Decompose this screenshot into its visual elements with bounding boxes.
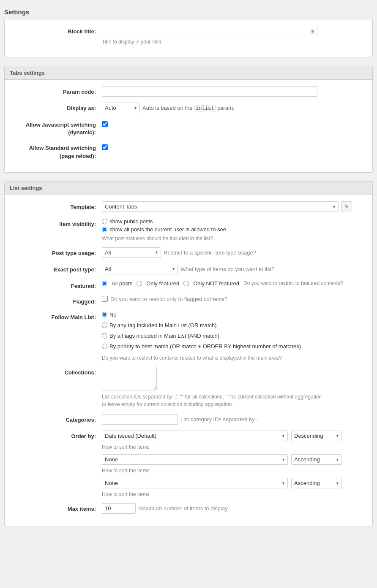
allow-js-label: Allow Javascript switching(dynamic): bbox=[13, 119, 102, 136]
item-visibility-label1: show public posts bbox=[109, 218, 153, 225]
order-by-row: Order by: Date issued (Default) Title Da… bbox=[13, 431, 364, 497]
order-dir-select2[interactable]: Descending Ascending bbox=[291, 454, 342, 465]
categories-input[interactable] bbox=[102, 414, 178, 425]
order-by-select3-wrap: None Date issued Title Date modified bbox=[102, 478, 288, 488]
order-by-select3[interactable]: None Date issued Title Date modified bbox=[102, 478, 288, 488]
template-label: Template: bbox=[13, 201, 102, 211]
allow-standard-label: Allow Standard switching(page reload): bbox=[13, 142, 102, 160]
item-visibility-control: show public posts show all posts the cur… bbox=[102, 218, 364, 241]
allow-standard-checkbox[interactable] bbox=[102, 144, 108, 150]
follow-main-list-options: No By any tag included in Main List (OR … bbox=[102, 312, 364, 361]
order-by-select1[interactable]: Date issued (Default) Title Date modifie… bbox=[102, 431, 288, 441]
max-items-input-row: Maximum number of items to display. bbox=[102, 503, 364, 514]
exact-post-type-select-wrap: All bbox=[102, 264, 178, 274]
max-items-hint: Maximum number of items to display. bbox=[138, 505, 229, 512]
param-code-input[interactable] bbox=[102, 86, 317, 97]
order-by-hint1: How to sort the items bbox=[102, 444, 364, 450]
order-by-control: Date issued (Default) Title Date modifie… bbox=[102, 431, 364, 497]
tabs-settings-section: Tabs settings Param code: Display as: Au… bbox=[4, 66, 373, 173]
allow-js-checkbox[interactable] bbox=[102, 121, 108, 127]
follow-main-label-priority: By priority to best match (OR match + OR… bbox=[109, 343, 301, 350]
post-type-usage-label: Post type usage: bbox=[13, 247, 102, 257]
inlist-code: inlist bbox=[194, 105, 216, 111]
follow-main-option3-group: By all tags included in Main List (AND m… bbox=[102, 333, 364, 339]
order-by-row3: None Date issued Title Date modified Des… bbox=[102, 478, 364, 488]
post-type-usage-hint: Restrict to a specific item type usage? bbox=[164, 249, 256, 256]
block-title-input[interactable] bbox=[102, 26, 317, 36]
max-items-input[interactable] bbox=[102, 503, 136, 514]
collections-textarea[interactable] bbox=[102, 367, 157, 390]
collections-hint2: or leave empty for current collection in… bbox=[102, 401, 233, 407]
featured-radio-all[interactable] bbox=[102, 281, 107, 286]
item-visibility-label: Item visibility: bbox=[13, 218, 102, 228]
order-dir-select3-wrap: Descending Ascending bbox=[291, 478, 342, 488]
allow-standard-control bbox=[102, 142, 364, 152]
page-title: Settings bbox=[4, 4, 373, 19]
featured-radio-only[interactable] bbox=[137, 281, 142, 286]
categories-input-row: List category IDs separated by ,. bbox=[102, 414, 364, 425]
follow-main-radio-any[interactable] bbox=[102, 322, 107, 328]
display-as-label: Display as: bbox=[13, 103, 102, 112]
item-visibility-label2: show all posts the current user is allow… bbox=[109, 226, 226, 233]
order-by-hint3: How to sort the items bbox=[102, 491, 364, 497]
item-visibility-radio2[interactable] bbox=[102, 227, 107, 232]
follow-main-radio-no[interactable] bbox=[102, 312, 107, 317]
max-items-label: Max items: bbox=[13, 503, 102, 513]
flagged-control: Do you want to restrict only to flagged … bbox=[102, 296, 364, 302]
order-by-row2: None Date issued Title Date modified Des… bbox=[102, 454, 364, 465]
template-select[interactable]: Content Tabs bbox=[102, 201, 339, 212]
post-type-usage-row: Post type usage: All Restrict to a speci… bbox=[13, 247, 364, 258]
follow-main-label-all: By all tags included in Main List (AND m… bbox=[109, 333, 219, 339]
exact-post-type-select[interactable]: All bbox=[102, 264, 178, 274]
flagged-hint: Do you want to restrict only to flagged … bbox=[110, 296, 228, 302]
categories-row: Categories: List category IDs separated … bbox=[13, 414, 364, 425]
order-dir-select1[interactable]: Descending Ascending bbox=[291, 431, 342, 441]
featured-control: All posts Only featured Only NOT feature… bbox=[102, 280, 364, 287]
order-by-row1: Date issued (Default) Title Date modifie… bbox=[102, 431, 364, 441]
featured-radio-not[interactable] bbox=[183, 281, 189, 286]
featured-row: Featured: All posts Only featured Only N… bbox=[13, 280, 364, 290]
tabs-settings-body: Param code: Display as: Auto Tabs List bbox=[5, 80, 372, 172]
follow-main-option1-group: No bbox=[102, 312, 364, 318]
param-code-control bbox=[102, 86, 364, 97]
display-as-select[interactable]: Auto Tabs List Inline bbox=[102, 103, 140, 113]
template-row: Template: Content Tabs ✎ bbox=[13, 201, 364, 212]
block-title-control: ⊞ Title to display in your skin. bbox=[102, 26, 364, 45]
order-dir-select1-wrap: Descending Ascending bbox=[291, 431, 342, 441]
follow-main-hint: Do you want to restrict to contents rela… bbox=[102, 355, 364, 361]
order-by-hint2: How to sort the items bbox=[102, 468, 364, 474]
follow-main-option2-group: By any tag included in Main List (OR mat… bbox=[102, 322, 364, 328]
item-visibility-row: Item visibility: show public posts show … bbox=[13, 218, 364, 241]
follow-main-label-no: No bbox=[109, 312, 117, 318]
exact-post-type-control: All What type of items do you want to li… bbox=[102, 264, 364, 274]
block-title-input-wrap: ⊞ bbox=[102, 26, 317, 36]
post-type-usage-select-wrap: All bbox=[102, 247, 161, 258]
collections-hint: List collection IDs separated by ',', '*… bbox=[102, 393, 322, 408]
featured-label-only: Only featured bbox=[146, 280, 179, 287]
post-type-usage-control: All Restrict to a specific item type usa… bbox=[102, 247, 364, 258]
template-edit-button[interactable]: ✎ bbox=[341, 201, 352, 212]
allow-js-control bbox=[102, 119, 364, 128]
flagged-checkbox[interactable] bbox=[102, 296, 108, 302]
display-as-input-row: Auto Tabs List Inline Auto is based on t… bbox=[102, 103, 364, 113]
post-type-usage-select[interactable]: All bbox=[102, 247, 161, 258]
categories-control: List category IDs separated by ,. bbox=[102, 414, 364, 425]
page-wrapper: Settings Block title: ⊞ Title to display… bbox=[0, 0, 377, 539]
list-settings-header: List settings bbox=[5, 182, 372, 195]
featured-options-row: All posts Only featured Only NOT feature… bbox=[102, 280, 364, 287]
item-visibility-radio1[interactable] bbox=[102, 219, 107, 224]
order-dir-select3[interactable]: Descending Ascending bbox=[291, 478, 342, 488]
allow-standard-row: Allow Standard switching(page reload): bbox=[13, 142, 364, 160]
tabs-settings-header: Tabs settings bbox=[5, 66, 372, 80]
block-title-section: Block title: ⊞ Title to display in your … bbox=[4, 19, 373, 57]
display-as-hint: Auto is based on the inlist param. bbox=[142, 105, 235, 111]
follow-main-radio-priority[interactable] bbox=[102, 344, 107, 349]
max-items-row: Max items: Maximum number of items to di… bbox=[13, 503, 364, 514]
template-control: Content Tabs ✎ bbox=[102, 201, 364, 212]
param-code-row: Param code: bbox=[13, 86, 364, 97]
featured-hint: Do you want to restrict to featured cont… bbox=[243, 280, 343, 286]
follow-main-radio-all[interactable] bbox=[102, 333, 107, 339]
order-by-select2[interactable]: None Date issued Title Date modified bbox=[102, 454, 288, 465]
follow-main-list-row: Follow Main List: No By any tag included… bbox=[13, 312, 364, 361]
item-visibility-option2-group: show all posts the current user is allow… bbox=[102, 226, 364, 233]
